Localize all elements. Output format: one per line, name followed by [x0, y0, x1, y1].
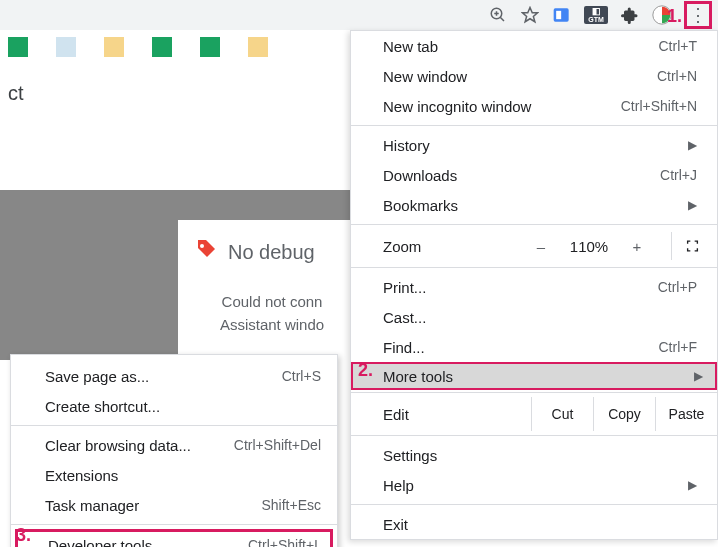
copy-button[interactable]: Copy	[593, 397, 655, 431]
cut-button[interactable]: Cut	[531, 397, 593, 431]
svg-rect-5	[554, 8, 569, 21]
svg-marker-4	[523, 8, 538, 22]
zoom-value: 110%	[561, 238, 617, 255]
menu-separator	[351, 504, 717, 505]
submenu-create-shortcut[interactable]: Create shortcut...	[11, 391, 337, 421]
menu-new-window[interactable]: New windowCtrl+N	[351, 61, 717, 91]
card-line-2: Assistant windo	[194, 314, 350, 337]
menu-edit-row: Edit Cut Copy Paste	[351, 397, 717, 431]
debug-card: No debug Could not conn Assistant windo	[178, 220, 350, 360]
submenu-extensions[interactable]: Extensions	[11, 460, 337, 490]
menu-separator	[351, 224, 717, 225]
menu-separator	[351, 125, 717, 126]
menu-help[interactable]: Help▶	[351, 470, 717, 500]
menu-cast[interactable]: Cast...	[351, 302, 717, 332]
paste-button[interactable]: Paste	[655, 397, 717, 431]
menu-settings[interactable]: Settings	[351, 440, 717, 470]
tag-icon	[194, 238, 218, 267]
chrome-main-menu: New tabCtrl+T New windowCtrl+N New incog…	[350, 30, 718, 540]
zoom-out-button[interactable]: –	[521, 238, 561, 255]
submenu-clear-browsing-data[interactable]: Clear browsing data...Ctrl+Shift+Del	[11, 430, 337, 460]
submenu-save-page[interactable]: Save page as...Ctrl+S	[11, 361, 337, 391]
submenu-separator	[11, 524, 337, 525]
menu-zoom-row: Zoom – 110% +	[351, 229, 717, 263]
browser-toolbar: ◧ GTM ⋮	[0, 0, 718, 30]
submenu-task-manager[interactable]: Task managerShift+Esc	[11, 490, 337, 520]
menu-more-tools[interactable]: More tools▶	[351, 362, 717, 390]
chevron-right-icon: ▶	[688, 198, 697, 212]
zoom-label: Zoom	[383, 238, 521, 255]
zoom-in-button[interactable]: +	[617, 238, 657, 255]
submenu-separator	[11, 425, 337, 426]
svg-rect-6	[556, 11, 561, 19]
menu-find[interactable]: Find...Ctrl+F	[351, 332, 717, 362]
fullscreen-button[interactable]	[671, 232, 699, 260]
chevron-right-icon: ▶	[688, 138, 697, 152]
star-icon[interactable]	[520, 5, 540, 25]
annotation-3: 3.	[16, 525, 31, 546]
chevron-right-icon: ▶	[694, 369, 703, 383]
card-line-1: Could not conn	[194, 291, 350, 314]
partial-heading: ct	[8, 82, 24, 104]
menu-new-tab[interactable]: New tabCtrl+T	[351, 31, 717, 61]
submenu-developer-tools[interactable]: Developer toolsCtrl+Shift+I	[15, 529, 333, 547]
svg-line-1	[500, 17, 504, 21]
menu-downloads[interactable]: DownloadsCtrl+J	[351, 160, 717, 190]
extensions-puzzle-icon[interactable]	[620, 5, 640, 25]
menu-separator	[351, 435, 717, 436]
gtm-extension-icon[interactable]: ◧ GTM	[584, 6, 608, 24]
extension-icon-1[interactable]	[552, 5, 572, 25]
svg-point-8	[200, 244, 204, 248]
annotation-2: 2.	[358, 360, 373, 381]
chevron-right-icon: ▶	[688, 478, 697, 492]
menu-separator	[351, 392, 717, 393]
menu-print[interactable]: Print...Ctrl+P	[351, 272, 717, 302]
background-page: ct	[0, 30, 350, 105]
menu-history[interactable]: History▶	[351, 130, 717, 160]
more-tools-submenu: Save page as...Ctrl+S Create shortcut...…	[10, 354, 338, 547]
edit-label: Edit	[383, 406, 531, 423]
annotation-1: 1.	[667, 6, 682, 27]
menu-new-incognito[interactable]: New incognito windowCtrl+Shift+N	[351, 91, 717, 121]
menu-bookmarks[interactable]: Bookmarks▶	[351, 190, 717, 220]
menu-exit[interactable]: Exit	[351, 509, 717, 539]
menu-separator	[351, 267, 717, 268]
gtm-badge-label: GTM	[588, 16, 604, 23]
kebab-icon: ⋮	[689, 6, 707, 24]
zoom-icon[interactable]	[488, 5, 508, 25]
kebab-menu-button[interactable]: ⋮	[684, 1, 712, 29]
card-title-text: No debug	[228, 241, 315, 264]
